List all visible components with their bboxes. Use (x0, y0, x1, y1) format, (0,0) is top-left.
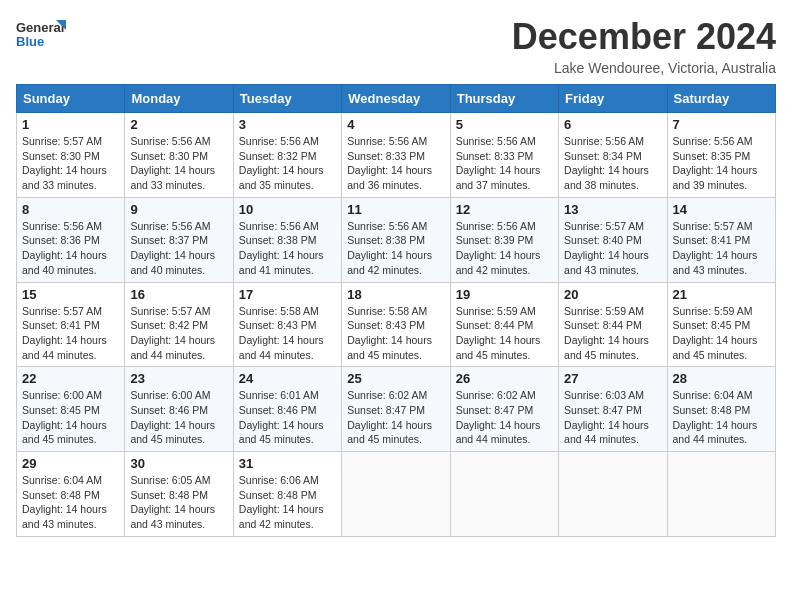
day-info: Sunrise: 5:56 AMSunset: 8:35 PMDaylight:… (673, 134, 770, 193)
table-row: 16Sunrise: 5:57 AMSunset: 8:42 PMDayligh… (125, 282, 233, 367)
table-row: 2Sunrise: 5:56 AMSunset: 8:30 PMDaylight… (125, 113, 233, 198)
table-row (342, 452, 450, 537)
table-row: 24Sunrise: 6:01 AMSunset: 8:46 PMDayligh… (233, 367, 341, 452)
day-number: 15 (22, 287, 119, 302)
day-info: Sunrise: 6:02 AMSunset: 8:47 PMDaylight:… (347, 388, 444, 447)
day-info: Sunrise: 5:59 AMSunset: 8:45 PMDaylight:… (673, 304, 770, 363)
calendar-week-row: 22Sunrise: 6:00 AMSunset: 8:45 PMDayligh… (17, 367, 776, 452)
table-row: 21Sunrise: 5:59 AMSunset: 8:45 PMDayligh… (667, 282, 775, 367)
table-row: 11Sunrise: 5:56 AMSunset: 8:38 PMDayligh… (342, 197, 450, 282)
day-number: 21 (673, 287, 770, 302)
table-row: 22Sunrise: 6:00 AMSunset: 8:45 PMDayligh… (17, 367, 125, 452)
day-number: 3 (239, 117, 336, 132)
day-number: 2 (130, 117, 227, 132)
day-info: Sunrise: 6:00 AMSunset: 8:45 PMDaylight:… (22, 388, 119, 447)
day-info: Sunrise: 5:57 AMSunset: 8:30 PMDaylight:… (22, 134, 119, 193)
table-row: 14Sunrise: 5:57 AMSunset: 8:41 PMDayligh… (667, 197, 775, 282)
table-row: 30Sunrise: 6:05 AMSunset: 8:48 PMDayligh… (125, 452, 233, 537)
day-number: 25 (347, 371, 444, 386)
day-info: Sunrise: 6:03 AMSunset: 8:47 PMDaylight:… (564, 388, 661, 447)
day-number: 7 (673, 117, 770, 132)
day-number: 19 (456, 287, 553, 302)
day-number: 22 (22, 371, 119, 386)
day-number: 24 (239, 371, 336, 386)
day-info: Sunrise: 6:01 AMSunset: 8:46 PMDaylight:… (239, 388, 336, 447)
table-row: 6Sunrise: 5:56 AMSunset: 8:34 PMDaylight… (559, 113, 667, 198)
table-row: 4Sunrise: 5:56 AMSunset: 8:33 PMDaylight… (342, 113, 450, 198)
day-info: Sunrise: 5:56 AMSunset: 8:39 PMDaylight:… (456, 219, 553, 278)
day-info: Sunrise: 5:59 AMSunset: 8:44 PMDaylight:… (564, 304, 661, 363)
table-row: 1Sunrise: 5:57 AMSunset: 8:30 PMDaylight… (17, 113, 125, 198)
day-number: 4 (347, 117, 444, 132)
day-info: Sunrise: 5:56 AMSunset: 8:38 PMDaylight:… (347, 219, 444, 278)
day-info: Sunrise: 5:56 AMSunset: 8:30 PMDaylight:… (130, 134, 227, 193)
calendar-week-row: 1Sunrise: 5:57 AMSunset: 8:30 PMDaylight… (17, 113, 776, 198)
calendar-week-row: 8Sunrise: 5:56 AMSunset: 8:36 PMDaylight… (17, 197, 776, 282)
logo: General Blue (16, 16, 66, 54)
page-header: General Blue December 2024 Lake Wendoure… (16, 16, 776, 76)
table-row: 3Sunrise: 5:56 AMSunset: 8:32 PMDaylight… (233, 113, 341, 198)
day-info: Sunrise: 6:00 AMSunset: 8:46 PMDaylight:… (130, 388, 227, 447)
day-info: Sunrise: 5:56 AMSunset: 8:37 PMDaylight:… (130, 219, 227, 278)
day-info: Sunrise: 6:06 AMSunset: 8:48 PMDaylight:… (239, 473, 336, 532)
table-row: 27Sunrise: 6:03 AMSunset: 8:47 PMDayligh… (559, 367, 667, 452)
day-number: 26 (456, 371, 553, 386)
day-number: 1 (22, 117, 119, 132)
svg-text:Blue: Blue (16, 34, 44, 49)
day-number: 11 (347, 202, 444, 217)
table-row: 18Sunrise: 5:58 AMSunset: 8:43 PMDayligh… (342, 282, 450, 367)
table-row: 13Sunrise: 5:57 AMSunset: 8:40 PMDayligh… (559, 197, 667, 282)
day-number: 18 (347, 287, 444, 302)
day-number: 12 (456, 202, 553, 217)
table-row: 25Sunrise: 6:02 AMSunset: 8:47 PMDayligh… (342, 367, 450, 452)
day-info: Sunrise: 5:56 AMSunset: 8:33 PMDaylight:… (456, 134, 553, 193)
day-number: 14 (673, 202, 770, 217)
day-info: Sunrise: 5:57 AMSunset: 8:40 PMDaylight:… (564, 219, 661, 278)
calendar-header-row: Sunday Monday Tuesday Wednesday Thursday… (17, 85, 776, 113)
table-row: 10Sunrise: 5:56 AMSunset: 8:38 PMDayligh… (233, 197, 341, 282)
table-row: 15Sunrise: 5:57 AMSunset: 8:41 PMDayligh… (17, 282, 125, 367)
day-number: 5 (456, 117, 553, 132)
day-number: 23 (130, 371, 227, 386)
table-row (559, 452, 667, 537)
table-row: 9Sunrise: 5:56 AMSunset: 8:37 PMDaylight… (125, 197, 233, 282)
day-info: Sunrise: 5:56 AMSunset: 8:36 PMDaylight:… (22, 219, 119, 278)
table-row: 8Sunrise: 5:56 AMSunset: 8:36 PMDaylight… (17, 197, 125, 282)
table-row: 29Sunrise: 6:04 AMSunset: 8:48 PMDayligh… (17, 452, 125, 537)
day-info: Sunrise: 5:59 AMSunset: 8:44 PMDaylight:… (456, 304, 553, 363)
day-info: Sunrise: 5:56 AMSunset: 8:34 PMDaylight:… (564, 134, 661, 193)
header-thursday: Thursday (450, 85, 558, 113)
table-row: 28Sunrise: 6:04 AMSunset: 8:48 PMDayligh… (667, 367, 775, 452)
day-info: Sunrise: 5:57 AMSunset: 8:42 PMDaylight:… (130, 304, 227, 363)
day-number: 30 (130, 456, 227, 471)
day-info: Sunrise: 6:05 AMSunset: 8:48 PMDaylight:… (130, 473, 227, 532)
table-row: 17Sunrise: 5:58 AMSunset: 8:43 PMDayligh… (233, 282, 341, 367)
table-row: 5Sunrise: 5:56 AMSunset: 8:33 PMDaylight… (450, 113, 558, 198)
calendar-week-row: 15Sunrise: 5:57 AMSunset: 8:41 PMDayligh… (17, 282, 776, 367)
table-row: 20Sunrise: 5:59 AMSunset: 8:44 PMDayligh… (559, 282, 667, 367)
table-row: 12Sunrise: 5:56 AMSunset: 8:39 PMDayligh… (450, 197, 558, 282)
location-title: Lake Wendouree, Victoria, Australia (512, 60, 776, 76)
day-number: 28 (673, 371, 770, 386)
header-tuesday: Tuesday (233, 85, 341, 113)
calendar-table: Sunday Monday Tuesday Wednesday Thursday… (16, 84, 776, 537)
day-info: Sunrise: 6:04 AMSunset: 8:48 PMDaylight:… (673, 388, 770, 447)
logo-svg: General Blue (16, 16, 66, 54)
day-number: 17 (239, 287, 336, 302)
day-number: 13 (564, 202, 661, 217)
calendar-week-row: 29Sunrise: 6:04 AMSunset: 8:48 PMDayligh… (17, 452, 776, 537)
day-info: Sunrise: 5:56 AMSunset: 8:33 PMDaylight:… (347, 134, 444, 193)
day-info: Sunrise: 6:02 AMSunset: 8:47 PMDaylight:… (456, 388, 553, 447)
svg-text:General: General (16, 20, 64, 35)
day-number: 8 (22, 202, 119, 217)
day-number: 31 (239, 456, 336, 471)
day-info: Sunrise: 5:58 AMSunset: 8:43 PMDaylight:… (239, 304, 336, 363)
month-title: December 2024 (512, 16, 776, 58)
day-number: 20 (564, 287, 661, 302)
table-row: 19Sunrise: 5:59 AMSunset: 8:44 PMDayligh… (450, 282, 558, 367)
header-friday: Friday (559, 85, 667, 113)
day-number: 16 (130, 287, 227, 302)
table-row: 7Sunrise: 5:56 AMSunset: 8:35 PMDaylight… (667, 113, 775, 198)
day-info: Sunrise: 5:57 AMSunset: 8:41 PMDaylight:… (673, 219, 770, 278)
day-number: 29 (22, 456, 119, 471)
